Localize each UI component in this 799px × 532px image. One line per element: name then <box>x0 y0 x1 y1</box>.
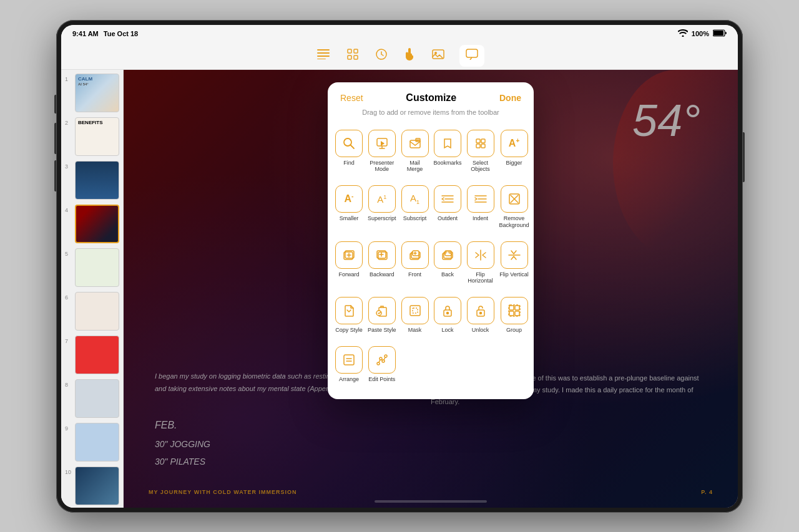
slide-thumb-5[interactable]: 5 <box>64 247 120 288</box>
modal-item-flip-vertical[interactable]: Flip Vertical <box>497 235 532 291</box>
modal-item-mail-merge[interactable]: Mail Merge <box>399 123 431 180</box>
modal-item-superscript[interactable]: A1 Superscript <box>365 179 399 235</box>
superscript-icon: A1 <box>368 185 396 213</box>
svg-rect-8 <box>348 56 351 59</box>
slide-thumb-10[interactable]: 10 <box>64 465 120 506</box>
modal-item-unlock[interactable]: Unlock <box>464 291 497 340</box>
comment-icon[interactable] <box>459 45 484 67</box>
svg-rect-46 <box>413 308 418 313</box>
remove-background-icon <box>501 185 528 213</box>
modal-item-outdent[interactable]: Outdent <box>431 179 464 235</box>
modal-item-copy-style[interactable]: Copy Style <box>333 291 365 340</box>
svg-rect-51 <box>509 306 514 310</box>
svg-marker-17 <box>381 141 385 146</box>
modal-item-select-objects[interactable]: Select Objects <box>464 123 497 180</box>
modal-item-back[interactable]: Back <box>431 235 464 291</box>
modal-item-group[interactable]: Group <box>497 291 532 340</box>
modal-item-presenter-mode[interactable]: Presenter Mode <box>365 123 399 180</box>
modal-item-forward[interactable]: Forward <box>333 235 365 291</box>
modal-item-backward[interactable]: Backward <box>365 235 399 291</box>
modal-item-bookmarks[interactable]: Bookmarks <box>431 123 464 180</box>
modal-item-edit-points[interactable]: Edit Points <box>365 340 399 389</box>
svg-rect-54 <box>515 311 519 316</box>
subscript-icon: A1 <box>401 185 429 213</box>
volume-down-button[interactable] <box>54 160 56 191</box>
battery-icon <box>713 29 727 38</box>
slide-4-thumbnail <box>75 205 119 243</box>
modal-subtitle: Drag to add or remove items from the too… <box>328 109 534 123</box>
paste-style-icon <box>368 297 396 324</box>
modal-item-subscript[interactable]: A1 Subscript <box>399 179 431 235</box>
slide-thumb-2[interactable]: 2 BENEFITS <box>64 116 120 157</box>
slide-9-thumbnail <box>75 423 119 462</box>
svg-rect-45 <box>410 306 420 316</box>
svg-rect-56 <box>344 355 354 365</box>
slide-6-thumbnail <box>75 292 119 331</box>
svg-rect-23 <box>481 144 485 148</box>
customize-modal: Reset Customize Done Drag to add or remo… <box>328 82 534 399</box>
document-canvas[interactable]: 54° I began my study on logging biometri… <box>124 70 738 508</box>
back-icon <box>434 241 461 269</box>
presenter-mode-icon <box>368 130 396 157</box>
slide-thumb-3[interactable]: 3 <box>64 160 120 201</box>
modal-item-find[interactable]: Find <box>333 123 365 180</box>
image-icon[interactable] <box>429 47 447 65</box>
group-icon <box>501 297 528 324</box>
modal-item-flip-horizontal[interactable]: Flip Horizontal <box>464 235 497 291</box>
modal-item-bigger[interactable]: A+ Bigger <box>497 123 532 180</box>
slide-thumb-7[interactable]: 7 <box>64 334 120 375</box>
clock-icon[interactable] <box>373 46 390 65</box>
modal-items-grid: Find Presenter Mode <box>328 123 534 389</box>
wifi-icon <box>678 29 688 38</box>
slide-thumb-1[interactable]: 1 CALMAI 54° <box>64 72 120 114</box>
slide-thumb-6[interactable]: 6 <box>64 291 120 332</box>
slide-3-thumbnail <box>75 161 119 200</box>
status-right: 100% <box>678 29 727 38</box>
lock-icon <box>434 297 461 324</box>
bigger-icon: A+ <box>501 130 528 157</box>
indent-icon <box>467 185 494 213</box>
modal-item-remove-background[interactable]: Remove Background <box>497 179 532 235</box>
modal-item-arrange[interactable]: Arrange <box>333 340 365 389</box>
svg-rect-13 <box>466 49 478 57</box>
battery-label: 100% <box>692 30 709 37</box>
backward-icon <box>368 241 396 269</box>
flip-horizontal-icon <box>467 241 494 269</box>
slide-7-thumbnail <box>75 336 119 374</box>
reset-button[interactable]: Reset <box>340 93 363 103</box>
svg-rect-52 <box>515 306 519 310</box>
svg-rect-5 <box>317 59 326 59</box>
modal-item-smaller[interactable]: A- Smaller <box>333 179 365 235</box>
smaller-icon: A- <box>335 185 363 213</box>
modal-item-front[interactable]: Front <box>399 235 431 291</box>
svg-rect-4 <box>317 56 330 57</box>
power-button[interactable] <box>743 132 745 182</box>
slide-8-thumbnail <box>75 379 119 418</box>
svg-rect-7 <box>354 49 358 53</box>
done-button[interactable]: Done <box>499 93 521 103</box>
modal-item-paste-style[interactable]: Paste Style <box>365 291 399 340</box>
slide-thumb-8[interactable]: 8 <box>64 378 120 419</box>
select-objects-icon <box>467 130 494 157</box>
slide-thumb-4[interactable]: 4 <box>64 203 120 244</box>
copy-style-icon <box>335 297 363 324</box>
modal-item-lock[interactable]: Lock <box>431 291 464 340</box>
main-content: 1 CALMAI 54° 2 BENEFITS 3 4 <box>61 70 738 508</box>
format-list-icon[interactable] <box>315 47 332 65</box>
find-icon <box>335 130 363 157</box>
grid-icon[interactable] <box>345 46 361 65</box>
svg-rect-1 <box>713 31 723 36</box>
modal-item-indent[interactable]: Indent <box>464 179 497 235</box>
svg-rect-53 <box>509 311 514 316</box>
volume-mute-button[interactable] <box>54 95 56 114</box>
modal-item-mask[interactable]: Mask <box>399 291 431 340</box>
svg-point-48 <box>447 312 449 314</box>
toolbar <box>61 42 738 70</box>
volume-up-button[interactable] <box>54 123 56 154</box>
slide-thumb-9[interactable]: 9 <box>64 422 120 463</box>
edit-points-icon <box>368 346 396 374</box>
svg-rect-22 <box>476 144 480 148</box>
hand-icon[interactable] <box>402 46 417 66</box>
status-left: 9:41 AM Tue Oct 18 <box>72 30 138 37</box>
modal-title: Customize <box>406 92 456 104</box>
